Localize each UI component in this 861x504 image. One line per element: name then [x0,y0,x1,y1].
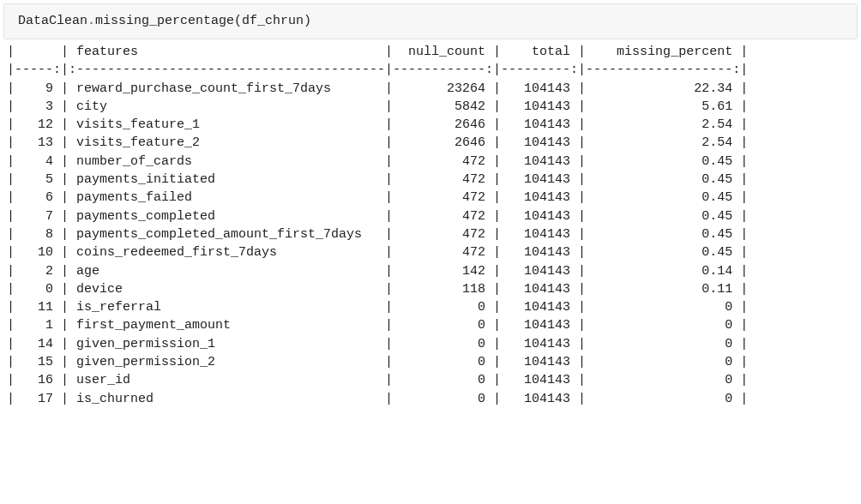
output-table: | | features | null_count | total | miss… [0,41,861,413]
code-dot-token: . [87,14,95,28]
code-class-token: DataClean [18,14,87,28]
code-function-token: missing_percentage [95,14,234,28]
code-close-paren: ) [304,14,311,28]
code-open-paren: ( [234,14,242,28]
code-argument-token: df_chrun [242,14,304,28]
code-input-cell[interactable]: DataClean.missing_percentage(df_chrun) [3,3,858,39]
